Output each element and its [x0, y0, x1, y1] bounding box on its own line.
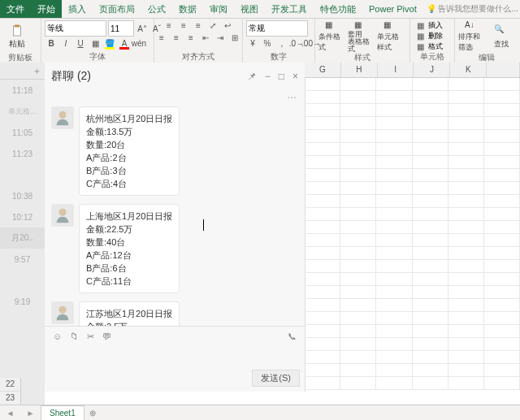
insert-cells-icon[interactable]: ▦: [414, 20, 427, 31]
tab-file[interactable]: 文件: [0, 0, 31, 18]
align-left-button[interactable]: ≡: [155, 32, 168, 43]
tab-home[interactable]: 开始: [31, 0, 62, 18]
col-header[interactable]: J: [414, 63, 450, 77]
sidebar-time-4[interactable]: 10:38: [0, 185, 45, 206]
message-bubble[interactable]: 上海地区1月20日日报 金额:22.5万 数量:40台 A产品:12台 B产品:…: [79, 204, 180, 293]
pin-icon[interactable]: 📌︎: [247, 71, 257, 82]
delete-cells-icon[interactable]: ▦: [414, 31, 427, 41]
sidebar-time-3[interactable]: [0, 164, 45, 185]
increase-font-icon[interactable]: A˄: [136, 24, 149, 34]
sort-filter-button[interactable]: A↓排序和筛选: [458, 20, 486, 53]
font-name-combo[interactable]: [45, 20, 106, 37]
tab-review[interactable]: 审阅: [203, 0, 234, 18]
grid-row[interactable]: [305, 221, 520, 234]
chat-more-button[interactable]: ···: [45, 90, 305, 103]
grid-row[interactable]: [305, 299, 520, 312]
insert-cells-label[interactable]: 插入: [428, 20, 443, 31]
indent-decrease-button[interactable]: ⇤: [199, 32, 212, 43]
align-top-button[interactable]: ≡: [162, 20, 176, 31]
sidebar-time-1[interactable]: 11:05: [0, 122, 45, 143]
avatar[interactable]: [51, 204, 74, 227]
grid-row[interactable]: [305, 325, 520, 338]
indent-increase-button[interactable]: ⇥: [214, 32, 227, 43]
grid-row[interactable]: [305, 364, 520, 377]
number-format-combo[interactable]: [246, 20, 308, 37]
message-bubble[interactable]: 杭州地区1月20日日报 金额:13.5万 数量:20台 A产品:2台 B产品:3…: [79, 106, 180, 196]
format-cells-label[interactable]: 格式: [428, 41, 443, 52]
sidebar-time-9[interactable]: 9:19: [0, 291, 45, 312]
close-icon[interactable]: ×: [292, 71, 298, 82]
find-button[interactable]: 🔍查找: [488, 20, 515, 53]
grid-row[interactable]: [305, 143, 520, 156]
grid-row[interactable]: [305, 182, 520, 195]
conditional-format-button[interactable]: ▦条件格式: [318, 20, 346, 53]
col-header[interactable]: I: [378, 63, 414, 77]
grid-row[interactable]: [305, 130, 520, 143]
grid-row[interactable]: [305, 195, 520, 208]
merge-button[interactable]: ⊞: [228, 32, 241, 43]
grid-row[interactable]: [305, 351, 520, 364]
paste-button[interactable]: 粘贴: [3, 20, 31, 53]
italic-button[interactable]: I: [59, 38, 72, 49]
wrap-text-button[interactable]: ↩: [221, 20, 234, 31]
sidebar-time-2[interactable]: 11:23: [0, 143, 45, 164]
sidebar-time-6[interactable]: 月20..: [0, 227, 45, 249]
percent-button[interactable]: %: [261, 38, 274, 49]
spreadsheet-grid[interactable]: G H I J K for(let i=0;i<24;i++)document.…: [305, 63, 520, 405]
tab-data[interactable]: 数据: [172, 0, 203, 18]
grid-row[interactable]: [305, 78, 520, 91]
tab-formula[interactable]: 公式: [141, 0, 172, 18]
currency-button[interactable]: ¥: [246, 38, 259, 49]
grid-row[interactable]: [305, 156, 520, 169]
send-button[interactable]: 发送(S): [252, 370, 300, 387]
align-middle-button[interactable]: ≡: [177, 20, 190, 31]
avatar[interactable]: [51, 301, 74, 324]
scissors-icon[interactable]: ✂: [87, 331, 94, 342]
tab-layout[interactable]: 页面布局: [93, 0, 141, 18]
row-header-23[interactable]: 23: [0, 392, 21, 405]
grid-row[interactable]: [305, 312, 520, 325]
orientation-button[interactable]: ⤢: [206, 20, 219, 31]
bold-button[interactable]: B: [45, 38, 58, 49]
add-sheet-button[interactable]: ⊕: [84, 409, 101, 418]
sidebar-time-5[interactable]: 10:12: [0, 206, 45, 227]
grid-row[interactable]: [305, 234, 520, 247]
delete-cells-label[interactable]: 删除: [428, 31, 443, 41]
align-right-button[interactable]: ≡: [184, 32, 197, 43]
avatar[interactable]: [51, 106, 74, 129]
grid-row[interactable]: [305, 286, 520, 299]
grid-row[interactable]: [305, 338, 520, 351]
sidebar-time-7[interactable]: 9:57: [0, 249, 45, 270]
border-button[interactable]: ▦: [89, 38, 102, 49]
sidebar-add-button[interactable]: ＋: [0, 63, 45, 80]
align-bottom-button[interactable]: ≡: [192, 20, 205, 31]
tab-insert[interactable]: 插入: [62, 0, 93, 18]
tell-me[interactable]: 💡 告诉我您想要做什么...: [427, 3, 518, 15]
grid-row[interactable]: [305, 260, 520, 273]
maximize-icon[interactable]: □: [279, 71, 284, 82]
col-header[interactable]: [487, 63, 520, 77]
font-size-combo[interactable]: [108, 20, 134, 37]
grid-row[interactable]: [305, 169, 520, 182]
tab-view[interactable]: 视图: [234, 0, 265, 18]
phonetic-button[interactable]: wén: [132, 38, 145, 49]
sheet-tab-1[interactable]: Sheet1: [41, 405, 84, 421]
comma-button[interactable]: ,: [275, 38, 288, 49]
tab-dev[interactable]: 开发工具: [265, 0, 314, 18]
fill-color-button[interactable]: 🪣: [103, 38, 116, 49]
grid-row[interactable]: [305, 377, 520, 390]
cell-styles-button[interactable]: ▦单元格样式: [377, 20, 405, 53]
grid-row[interactable]: [305, 273, 520, 286]
col-header[interactable]: K: [450, 63, 487, 77]
format-as-table-button[interactable]: ▦套用 表格格式: [348, 20, 375, 53]
sidebar-time-0[interactable]: 11:18: [0, 80, 45, 101]
voice-icon[interactable]: 📞︎: [288, 331, 297, 342]
underline-button[interactable]: U: [74, 38, 87, 49]
grid-row[interactable]: [305, 117, 520, 130]
col-header[interactable]: H: [341, 63, 378, 77]
grid-row[interactable]: [305, 104, 520, 117]
minimize-icon[interactable]: −: [265, 71, 271, 82]
grid-row[interactable]: [305, 208, 520, 221]
row-header-22[interactable]: 22: [0, 378, 21, 392]
sheet-nav-next-icon[interactable]: ►: [27, 409, 35, 418]
